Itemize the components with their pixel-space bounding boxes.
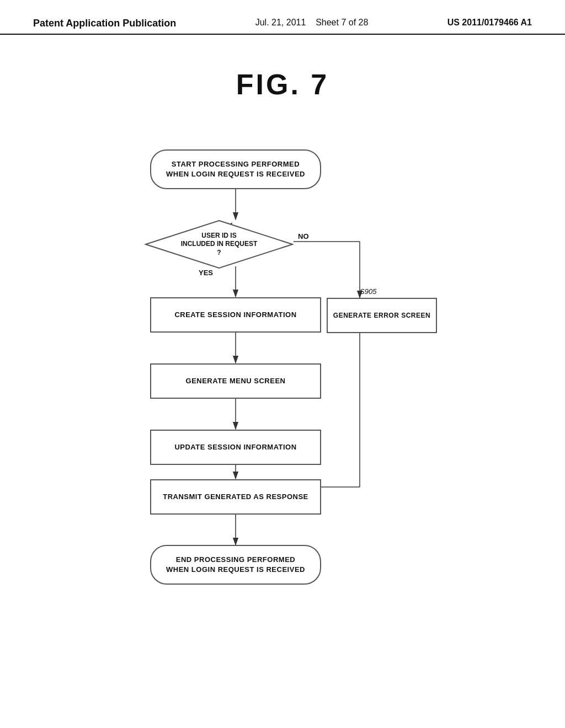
create-session-node: CREATE SESSION INFORMATION [150, 297, 321, 333]
patent-number-label: US 2011/0179466 A1 [447, 18, 532, 28]
page-header: Patent Application Publication Jul. 21, … [0, 0, 565, 35]
start-node: START PROCESSING PERFORMED WHEN LOGIN RE… [150, 149, 321, 189]
sheet-label: Sheet 7 of 28 [316, 18, 368, 27]
no-label: NO [298, 232, 309, 240]
update-session-node: UPDATE SESSION INFORMATION [150, 430, 321, 465]
end-node: END PROCESSING PERFORMED WHEN LOGIN REQU… [150, 545, 321, 585]
date-label: Jul. 21, 2011 [255, 18, 306, 27]
generate-menu-node: GENERATE MENU SCREEN [150, 363, 321, 399]
figure-title: FIG. 7 [0, 68, 565, 101]
date-sheet-label: Jul. 21, 2011 Sheet 7 of 28 [255, 18, 369, 28]
yes-label: YES [199, 269, 213, 277]
flowchart: START PROCESSING PERFORMED WHEN LOGIN RE… [89, 134, 476, 630]
generate-error-node: GENERATE ERROR SCREEN [327, 298, 437, 333]
publication-label: Patent Application Publication [33, 18, 176, 29]
decision-node: USER ID IS INCLUDED IN REQUEST ? [145, 220, 294, 269]
s905-label: S905 [360, 287, 376, 296]
transmit-response-node: TRANSMIT GENERATED AS RESPONSE [150, 479, 321, 515]
